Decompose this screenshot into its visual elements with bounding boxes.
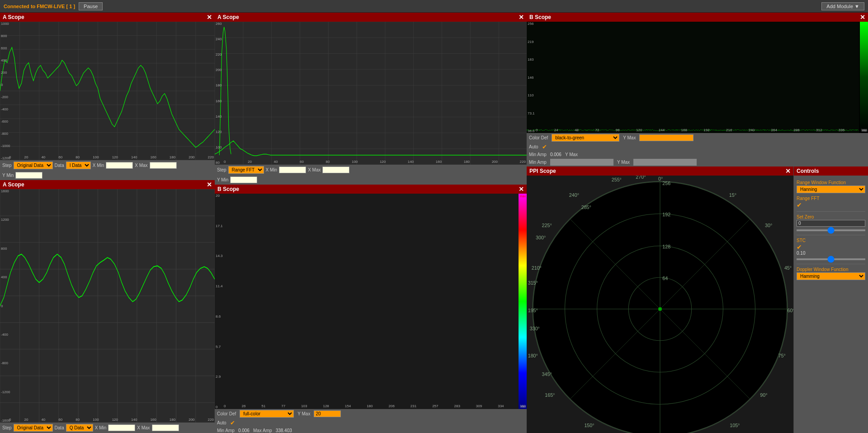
step-select[interactable]: Original Data: [14, 162, 53, 169]
mid-xmax-input[interactable]: [322, 167, 349, 173]
xmax-input-lower[interactable]: [152, 424, 179, 431]
divider1: [797, 211, 865, 212]
set-zero-slider[interactable]: [797, 229, 865, 231]
b-scope-image: [527, 22, 859, 133]
ymax-label-t: Y Max: [623, 135, 636, 140]
max-amp-value-w: 338.403: [276, 428, 292, 433]
mid-xmin-label: X Min: [266, 167, 278, 172]
ymax-label-w: Y Max: [297, 411, 310, 416]
controls-panel: Controls Range Window Function Hanning R…: [793, 167, 868, 433]
doppler-window-select[interactable]: Hamming: [797, 272, 865, 280]
center-panels: A Scope ✕: [215, 13, 527, 433]
xmin-input-lower[interactable]: [108, 424, 135, 431]
mid-a-scope-canvas: 260240220200180 16014012010080 020406080…: [215, 22, 527, 165]
svg-text:255°: 255°: [612, 177, 622, 182]
a-scope-upper-signal: [0, 22, 215, 160]
svg-text:225°: 225°: [542, 223, 552, 228]
mid-ymin-label: Y Min: [217, 177, 228, 182]
range-window-select[interactable]: Hanning: [797, 186, 865, 193]
color-def-select-w[interactable]: full-color: [240, 410, 294, 418]
svg-text:285°: 285°: [581, 205, 591, 210]
svg-text:90°: 90°: [760, 392, 767, 398]
data-select[interactable]: I Data: [66, 162, 91, 169]
svg-text:330°: 330°: [530, 326, 540, 331]
b-scope-waterfall-info2: Auto ✔: [215, 419, 527, 427]
color-def-select-t[interactable]: black-to-green: [552, 134, 619, 142]
b-scope-top-info2: Auto ✔: [527, 143, 868, 151]
mid-step-select[interactable]: Range FFT: [228, 166, 264, 174]
stc-section: STC ✔ 0.10: [797, 238, 865, 261]
mid-a-scope-controls2: Y Min: [215, 175, 527, 185]
ymax-input-w[interactable]: [314, 410, 341, 417]
xmin-label: X Min: [93, 163, 104, 168]
b-scope-waterfall-canvas: max min 2017.114.311.4 8.65.72.90 026517…: [215, 194, 527, 409]
mid-a-scope-controls: Step Range FFT X Min X Max: [215, 165, 527, 175]
b-scope-top-info3: Min Amp 0.006 Y Max: [527, 151, 868, 158]
b-scope-top: B Scope ✕ max min 256219183146 11073.136…: [527, 13, 868, 167]
b-scope-top-info1: Color Def black-to-green Y Max: [527, 133, 868, 143]
ymax-input-t[interactable]: [639, 134, 693, 141]
min-amp-input-t[interactable]: [550, 159, 613, 166]
min-amp2-label-t: Min Amp: [529, 160, 547, 165]
step-select-lower[interactable]: Original Data: [14, 424, 53, 432]
svg-text:64: 64: [662, 276, 668, 281]
stc-slider[interactable]: [797, 258, 865, 260]
mid-ymin-input[interactable]: [230, 176, 257, 183]
svg-text:240°: 240°: [569, 192, 579, 198]
svg-text:150°: 150°: [584, 423, 594, 428]
a-scope-upper-canvas: 1000800600400200 0-200-400-600-800 -1000…: [0, 22, 215, 160]
colorscale-min-label: min: [521, 405, 526, 408]
xmin-input[interactable]: [106, 162, 133, 169]
ppi-radar-svg: 64 128 192 256 0° 15° 30° 45° 60° 75° 90…: [527, 176, 793, 433]
connection-status: Connected to FMCW-LIVE [ 1 ]: [4, 4, 75, 9]
set-zero-input[interactable]: [797, 220, 865, 227]
a-scope-upper-close[interactable]: ✕: [207, 14, 212, 20]
svg-text:192: 192: [662, 212, 670, 217]
a-scope-lower: A Scope ✕: [0, 180, 215, 433]
svg-text:210°: 210°: [532, 265, 542, 271]
ppi-scope-close[interactable]: ✕: [785, 168, 791, 174]
b-scope-top-close[interactable]: ✕: [860, 14, 865, 20]
set-zero-label: Set Zero: [797, 214, 865, 219]
a-scope-lower-signal: [0, 189, 215, 423]
controls-panel-header: Controls: [794, 167, 868, 176]
topbar: Connected to FMCW-LIVE [ 1 ] Pause Add M…: [0, 0, 868, 13]
add-module-button[interactable]: Add Module ▼: [821, 2, 864, 10]
ppi-canvas: 64 128 192 256 0° 15° 30° 45° 60° 75° 90…: [527, 176, 793, 433]
left-panels: A Scope ✕: [0, 13, 215, 433]
a-scope-lower-close[interactable]: ✕: [207, 181, 212, 188]
data-select-lower[interactable]: Q Data: [66, 424, 93, 432]
b-scope-top-canvas: max min 256219183146 11073.136.6 0244872…: [527, 22, 868, 133]
svg-text:30°: 30°: [765, 223, 772, 228]
svg-text:165°: 165°: [545, 392, 555, 398]
svg-text:128: 128: [662, 244, 670, 249]
ymin-input[interactable]: [15, 172, 42, 179]
b-scope-waterfall-close[interactable]: ✕: [519, 186, 524, 192]
svg-text:256: 256: [662, 181, 670, 186]
b-scope-top-info4: Min Amp Y Max: [527, 158, 868, 167]
xmax-input[interactable]: [150, 162, 177, 169]
pause-button[interactable]: Pause: [79, 2, 103, 10]
svg-text:60°: 60°: [788, 308, 793, 313]
svg-text:315°: 315°: [528, 280, 538, 285]
svg-text:195°: 195°: [528, 308, 538, 313]
a-scope-lower-header: A Scope ✕: [0, 180, 215, 189]
mid-a-scope-close[interactable]: ✕: [519, 14, 524, 20]
mid-xmin-input[interactable]: [279, 167, 306, 173]
auto-check-w: ✔: [230, 419, 235, 426]
svg-point-104: [658, 307, 662, 311]
mid-a-scope: A Scope ✕: [215, 13, 527, 185]
divider2: [797, 235, 865, 235]
svg-text:300°: 300°: [536, 235, 546, 240]
min-amp-value-t: 0.006: [550, 152, 561, 157]
svg-text:105°: 105°: [730, 423, 740, 428]
svg-text:75°: 75°: [778, 353, 785, 358]
range-fft-label: Range FFT: [797, 196, 865, 201]
divider3: [797, 264, 865, 264]
range-fft-check: ✔: [797, 201, 802, 209]
mid-a-scope-signal: [215, 22, 527, 165]
b-scope-waterfall-info3: Min Amp 0.006 Max Amp 338.403: [215, 427, 527, 433]
max-amp-input-t[interactable]: [633, 159, 697, 166]
auto-label-t: Auto: [529, 144, 538, 149]
auto-label-w: Auto: [217, 420, 226, 425]
